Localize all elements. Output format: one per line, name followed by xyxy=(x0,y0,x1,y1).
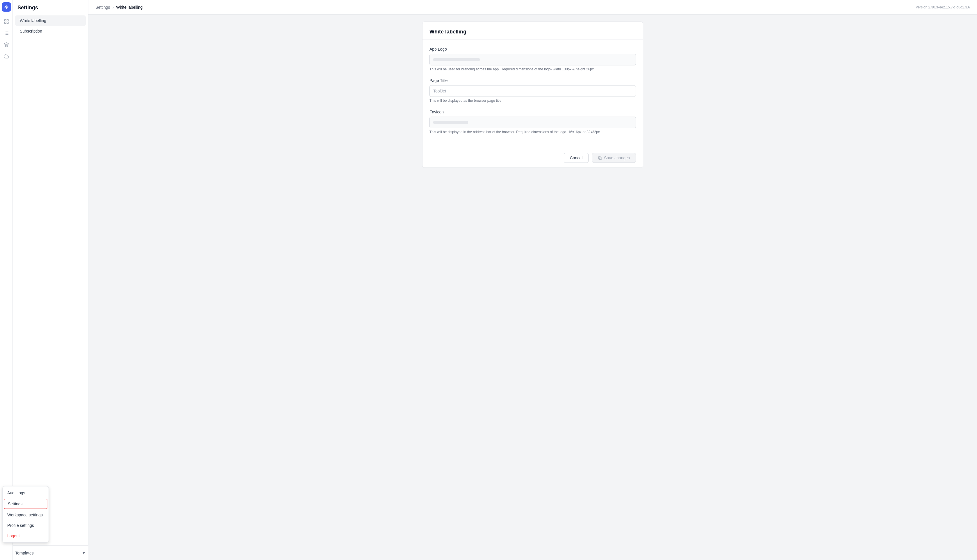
card-title: White labelling xyxy=(430,29,636,35)
breadcrumb-chevron-icon: › xyxy=(113,5,114,10)
context-menu: Audit logs Settings Workspace settings P… xyxy=(2,486,49,543)
svg-rect-2 xyxy=(7,22,8,23)
top-bar: Settings › White labelling Version 2.30.… xyxy=(88,0,977,15)
breadcrumb: Settings › White labelling xyxy=(95,5,142,10)
app-logo-label: App Logo xyxy=(430,47,636,52)
app-logo[interactable] xyxy=(2,2,11,12)
page-title-group: Page Title This will be displayed as the… xyxy=(430,78,636,103)
menu-item-workspace-settings[interactable]: Workspace settings xyxy=(3,510,48,520)
bottom-bar: Templates ▾ xyxy=(0,545,88,560)
nav-list-icon[interactable] xyxy=(1,28,12,38)
app-logo-group: App Logo This will be used for branding … xyxy=(430,47,636,71)
app-logo-hint: This will be used for branding across th… xyxy=(430,67,636,71)
sidebar: Settings White labelling Subscription xyxy=(13,0,88,560)
nav-cloud-icon[interactable] xyxy=(1,51,12,62)
sidebar-title: Settings xyxy=(13,5,88,15)
card-footer: Cancel Save changes xyxy=(422,148,643,167)
favicon-group: Favicon This will be displayed in the ad… xyxy=(430,110,636,134)
save-icon xyxy=(598,156,602,160)
menu-item-audit-logs[interactable]: Audit logs xyxy=(3,488,48,498)
sidebar-item-white-labelling[interactable]: White labelling xyxy=(15,15,86,26)
content-area: White labelling App Logo This will be us… xyxy=(88,15,977,560)
breadcrumb-parent[interactable]: Settings xyxy=(95,5,110,10)
sidebar-item-subscription[interactable]: Subscription xyxy=(15,26,86,36)
favicon-input[interactable] xyxy=(430,117,636,128)
nav-grid-icon[interactable] xyxy=(1,16,12,27)
main-content: Settings › White labelling Version 2.30.… xyxy=(88,0,977,560)
svg-marker-10 xyxy=(4,43,8,45)
icon-bar xyxy=(0,0,13,560)
settings-card: White labelling App Logo This will be us… xyxy=(422,22,643,168)
card-header: White labelling xyxy=(422,22,643,40)
svg-rect-1 xyxy=(7,20,8,21)
version-text: Version 2.30.3-ee2.15.7-cloud2.3.6 xyxy=(915,5,970,9)
save-button[interactable]: Save changes xyxy=(592,153,636,163)
breadcrumb-current: White labelling xyxy=(116,5,142,10)
chevron-down-icon[interactable]: ▾ xyxy=(83,550,85,556)
svg-rect-3 xyxy=(4,22,6,23)
favicon-placeholder xyxy=(433,121,468,124)
favicon-hint: This will be displayed in the address ba… xyxy=(430,130,636,134)
page-title-input[interactable] xyxy=(430,85,636,97)
page-title-label: Page Title xyxy=(430,78,636,83)
favicon-label: Favicon xyxy=(430,110,636,114)
page-title-hint: This will be displayed as the browser pa… xyxy=(430,98,636,103)
cancel-button[interactable]: Cancel xyxy=(564,153,589,163)
card-body: App Logo This will be used for branding … xyxy=(422,40,643,148)
menu-item-logout[interactable]: Logout xyxy=(3,531,48,541)
menu-item-settings[interactable]: Settings xyxy=(4,498,47,509)
app-logo-placeholder xyxy=(433,58,480,61)
app-logo-input[interactable] xyxy=(430,54,636,65)
svg-rect-0 xyxy=(4,20,6,21)
nav-layers-icon[interactable] xyxy=(1,40,12,50)
bottom-bar-label: Templates xyxy=(15,551,34,555)
menu-item-profile-settings[interactable]: Profile settings xyxy=(3,520,48,531)
